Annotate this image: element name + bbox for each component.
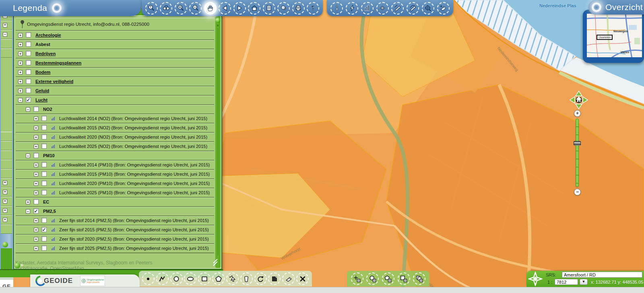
layer-checkbox[interactable] xyxy=(41,171,47,177)
zoom-in-button[interactable]: + xyxy=(574,110,581,117)
expand-box[interactable]: + xyxy=(34,163,38,167)
pan-hand-button[interactable] xyxy=(204,2,217,15)
strip-handle-ball-icon[interactable] xyxy=(2,242,8,247)
layer-checkbox[interactable] xyxy=(33,106,39,112)
layer-label[interactable]: Luchtkwaliteit 2025 (PM10) (Bron: Omgevi… xyxy=(59,188,210,197)
draw-point-button[interactable] xyxy=(142,272,155,285)
layer-label[interactable]: Zeer fijn stof 2020 (PM2,5) (Bron: Omgev… xyxy=(59,235,209,244)
layer-checkbox[interactable] xyxy=(41,162,47,167)
select-by-polygon-button[interactable] xyxy=(382,272,394,285)
info-identify-button[interactable] xyxy=(330,2,343,15)
zoom-out-button[interactable]: − xyxy=(574,189,581,195)
expand-box[interactable]: + xyxy=(34,237,38,241)
expand-box[interactable]: + xyxy=(3,181,7,185)
measure-distance-button[interactable] xyxy=(391,2,404,15)
expand-box[interactable]: + xyxy=(34,116,38,121)
expand-box[interactable]: + xyxy=(18,89,23,93)
expand-box[interactable]: + xyxy=(18,79,23,84)
home-extent-button[interactable] xyxy=(248,2,260,15)
layer-checkbox[interactable] xyxy=(26,69,31,75)
save-drawing-button[interactable] xyxy=(268,272,281,285)
expand-box[interactable]: + xyxy=(34,191,38,195)
layer-label[interactable]: Bodem xyxy=(35,68,50,77)
next-extent-button[interactable] xyxy=(233,2,246,15)
draw-ellipse-button[interactable] xyxy=(184,272,196,285)
layer-label[interactable]: Geluid xyxy=(35,86,49,96)
layer-label[interactable]: Bestemmingsplannen xyxy=(35,58,81,68)
layer-label[interactable]: Luchtkwaliteit 2020 (NO2) (Bron: Omgevin… xyxy=(59,133,207,142)
zoom-in-button[interactable] xyxy=(175,2,187,15)
expand-box[interactable]: + xyxy=(34,228,38,232)
document-legend-button[interactable] xyxy=(263,2,275,15)
layer-label[interactable]: Luchtkwaliteit 2015 (PM10) (Bron: Omgevi… xyxy=(59,170,210,179)
layer-label[interactable]: Luchtkwaliteit 2015 (NO2) (Bron: Omgevin… xyxy=(59,123,207,133)
layer-checkbox[interactable] xyxy=(41,218,47,223)
layer-checkbox[interactable] xyxy=(26,51,31,56)
draw-polygon-button[interactable] xyxy=(212,272,225,285)
overview-extent-box[interactable]: IJsselstein xyxy=(597,35,613,40)
layer-checkbox[interactable] xyxy=(41,125,47,130)
collapse-box[interactable]: − xyxy=(3,32,7,37)
legend-tab[interactable]: Legenda xyxy=(0,0,142,16)
expand-box[interactable]: + xyxy=(34,246,38,251)
scale-input[interactable] xyxy=(555,279,578,285)
expand-box[interactable]: + xyxy=(18,52,23,56)
layer-label[interactable]: Zeer fijn stof 2015 (PM2,5) (Bron: Omgev… xyxy=(59,225,209,235)
overview-tab[interactable]: Overzicht xyxy=(588,0,644,15)
erase-plus-button[interactable] xyxy=(437,2,450,15)
layer-checkbox[interactable] xyxy=(33,199,39,204)
zoom-slider-track[interactable] xyxy=(576,118,579,187)
expand-box[interactable]: + xyxy=(3,190,7,194)
footer-handle-ball-icon[interactable] xyxy=(14,263,20,268)
measure-area-button[interactable] xyxy=(407,2,419,15)
clear-all-button[interactable] xyxy=(296,272,309,285)
layer-label[interactable]: Archeologie xyxy=(35,31,61,40)
collapse-box[interactable]: − xyxy=(26,154,30,158)
scale-dropdown-button[interactable]: ▼ xyxy=(580,279,588,285)
zoom-identify-button[interactable]: T xyxy=(145,2,158,15)
layer-checkbox[interactable] xyxy=(26,42,31,47)
layer-label[interactable]: Luchtkwaliteit 2014 (PM10) (Bron: Omgevi… xyxy=(59,160,210,170)
layer-checkbox[interactable]: ✓ xyxy=(33,208,39,214)
layer-checkbox[interactable] xyxy=(26,32,31,37)
layer-label[interactable]: PM2,5 xyxy=(43,207,56,216)
buffer-selection-button[interactable] xyxy=(376,2,389,15)
edit-vertices-button[interactable] xyxy=(226,272,239,285)
legend-scrollbar[interactable]: » xyxy=(215,16,221,268)
layer-label[interactable]: Asbest xyxy=(35,40,50,49)
layer-checkbox[interactable] xyxy=(41,181,47,186)
layer-label[interactable]: Luchtkwaliteit 2020 (PM10) (Bron: Omgevi… xyxy=(59,179,210,188)
zoom-slider-handle[interactable] xyxy=(574,141,581,145)
zoom-out-button[interactable] xyxy=(189,2,202,15)
print-button[interactable] xyxy=(292,2,305,15)
previous-extent-button[interactable] xyxy=(219,2,231,15)
layer-checkbox[interactable] xyxy=(41,143,47,149)
expand-box[interactable]: + xyxy=(18,61,23,65)
layer-checkbox[interactable] xyxy=(33,153,39,158)
layer-checkbox[interactable]: ✓ xyxy=(41,227,47,232)
layer-checkbox[interactable] xyxy=(41,116,47,121)
layer-label[interactable]: Bedrijven xyxy=(35,49,56,58)
layer-label[interactable]: PM10 xyxy=(43,151,55,160)
help-button[interactable]: ? xyxy=(307,2,319,15)
expand-box[interactable]: + xyxy=(3,208,7,213)
erase-drawing-button[interactable] xyxy=(282,272,295,285)
overview-map[interactable]: Nieuwegein IJsselstein Vianen xyxy=(587,14,642,57)
layer-checkbox[interactable] xyxy=(26,60,31,65)
collapse-box[interactable]: − xyxy=(26,209,30,214)
chart-statistics-button[interactable] xyxy=(361,2,374,15)
layer-label[interactable]: Externe veiligheid xyxy=(35,77,73,86)
select-by-overlap-button[interactable] xyxy=(413,272,425,285)
expand-box[interactable]: + xyxy=(18,33,23,37)
layer-label[interactable]: Luchtkwaliteit 2025 (NO2) (Bron: Omgevin… xyxy=(59,142,207,151)
expand-box[interactable]: + xyxy=(18,70,23,75)
layer-label[interactable]: Zeer fijn stof 2014 (PM2,5) (Bron: Omgev… xyxy=(59,216,209,225)
layer-label[interactable]: Zeer fijn stof 2025 (PM2,5) (Bron: Omgev… xyxy=(59,244,209,253)
layer-label[interactable]: Lucht xyxy=(35,96,47,105)
select-by-rectangle-button[interactable] xyxy=(398,272,410,285)
expand-box[interactable]: + xyxy=(34,144,38,149)
expand-box[interactable]: + xyxy=(34,126,38,130)
collapse-box[interactable]: − xyxy=(18,98,23,102)
expand-box[interactable]: + xyxy=(34,181,38,186)
search-binoculars-button[interactable] xyxy=(160,2,172,15)
